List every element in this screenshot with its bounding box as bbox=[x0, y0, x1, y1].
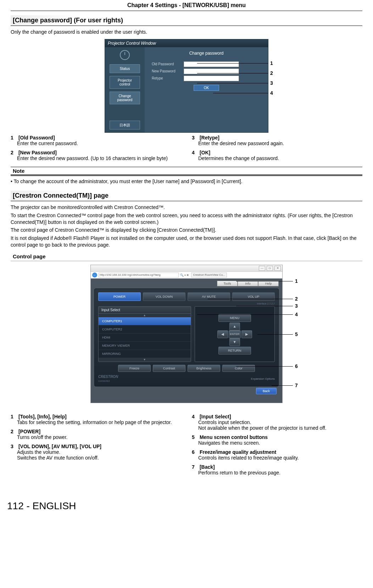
tab-tools[interactable]: Tools bbox=[217, 281, 238, 286]
legend2-5-title: Menu screen control buttons bbox=[200, 434, 268, 440]
contrast-button[interactable]: Contrast bbox=[153, 365, 185, 372]
nav-change-password-line2: password bbox=[117, 98, 133, 102]
legend1-2-num: 2 bbox=[11, 150, 17, 155]
legend1-2-desc: Enter the desired new password. (Up to 1… bbox=[17, 155, 181, 161]
control-page-subhead: Control page bbox=[11, 252, 362, 261]
section-change-password-title: [Change password] (For user rights) bbox=[11, 15, 362, 26]
note-bullet: • To change the account of the administr… bbox=[11, 178, 362, 185]
legend1-3-num: 3 bbox=[192, 135, 198, 141]
window-maximize-icon[interactable]: ▭ bbox=[267, 266, 273, 271]
nav-change-password-button[interactable]: Change password bbox=[110, 92, 140, 104]
tab-info[interactable]: Info bbox=[238, 281, 258, 286]
window-close-icon[interactable]: ✕ bbox=[274, 266, 281, 271]
ok-button[interactable]: OK bbox=[194, 85, 219, 91]
nav-change-password-line1: Change bbox=[118, 94, 131, 98]
expansion-options-label: Expansion Options bbox=[251, 377, 275, 380]
callout-2: 2 bbox=[270, 70, 273, 76]
legend2-2-desc: Turns on/off the power. bbox=[17, 434, 181, 440]
retype-input[interactable] bbox=[184, 76, 239, 81]
tab-help[interactable]: Help bbox=[258, 281, 279, 286]
legend2-6-title: Freeze/image quality adjustment bbox=[200, 449, 276, 455]
legend2-7-title: [Back] bbox=[200, 464, 215, 470]
input-computer2[interactable]: COMPUTER2 bbox=[99, 325, 191, 334]
callout-4: 4 bbox=[270, 90, 273, 96]
legend2-2-title: [POWER] bbox=[18, 429, 40, 434]
legend2-left: 1 [Tools], [Info], [Help] Tabs for selec… bbox=[11, 414, 181, 479]
nav-projector-control-button[interactable]: Projector control bbox=[110, 76, 140, 89]
input-scroll-down-icon[interactable]: ▼ bbox=[99, 358, 191, 362]
legend2-7-num: 7 bbox=[192, 464, 198, 470]
back-button[interactable]: Back bbox=[256, 388, 277, 394]
interface-version: Interface 2.7.2.7 bbox=[98, 302, 275, 305]
legend1-3-desc: Enter the desired new password again. bbox=[198, 141, 362, 146]
section-crestron-title: [Crestron Connected(TM)] page bbox=[11, 191, 362, 201]
power-button[interactable]: POWER bbox=[98, 292, 141, 301]
legend2-1-title: [Tools], [Info], [Help] bbox=[18, 414, 67, 419]
legend2-3-title: [VOL DOWN], [AV MUTE], [VOL UP] bbox=[18, 444, 101, 449]
input-memory-viewer[interactable]: MEMORY VIEWER bbox=[99, 342, 191, 350]
url-bar[interactable]: http://192.168.10.100 /cgi-bin/roomview.… bbox=[99, 273, 179, 277]
crestron-p3: The control page of Crestron Connected™ … bbox=[11, 227, 362, 233]
legend1-4-num: 4 bbox=[192, 150, 198, 155]
callout2-7: 7 bbox=[295, 383, 298, 388]
menu-button[interactable]: MENU bbox=[218, 314, 251, 322]
change-password-heading: Change password bbox=[152, 51, 261, 56]
input-mirroring[interactable]: MIRRORING bbox=[99, 350, 191, 358]
arrow-up-button[interactable]: ▲ bbox=[229, 323, 240, 330]
input-hdmi[interactable]: HDMI bbox=[99, 334, 191, 342]
arrow-left-button[interactable]: ◀ bbox=[217, 330, 228, 338]
browser-back-icon[interactable]: ← bbox=[92, 273, 97, 277]
callout2-5: 5 bbox=[295, 331, 298, 337]
new-password-label: New Password bbox=[152, 69, 184, 73]
nav-status-button[interactable]: Status bbox=[110, 64, 140, 73]
change-password-screenshot: Projector Control Window Status Projecto… bbox=[11, 39, 362, 133]
legend2-6-desc: Controls items related to freeze/image q… bbox=[198, 455, 362, 461]
browser-tab[interactable]: Crestron RoomView Co... bbox=[191, 273, 227, 277]
arrow-down-button[interactable]: ▼ bbox=[229, 338, 240, 346]
vol-up-button[interactable]: VOL UP bbox=[232, 292, 275, 301]
legend2-4-desc: Controls input selection. Not available … bbox=[198, 419, 362, 431]
crestron-p4: It is not displayed if Adobe® Flash® Pla… bbox=[11, 235, 362, 248]
note-bullet-text: To change the account of the administrat… bbox=[14, 178, 243, 184]
enter-button[interactable]: ENTER bbox=[229, 330, 241, 338]
callout-1: 1 bbox=[270, 60, 273, 66]
vol-down-button[interactable]: VOL DOWN bbox=[143, 292, 185, 301]
retype-label: Retype bbox=[152, 76, 184, 80]
nav-projector-control-line2: control bbox=[119, 82, 130, 86]
legend2-4-title: [Input Select] bbox=[200, 414, 231, 419]
section-change-password-intro: Only the change of password is enabled u… bbox=[11, 29, 362, 35]
return-button[interactable]: RETURN bbox=[218, 347, 251, 355]
input-select-label: Input Select bbox=[99, 307, 191, 314]
window-minimize-icon[interactable]: — bbox=[259, 266, 265, 271]
page-footer: 112 - ENGLISH bbox=[7, 500, 362, 512]
legend2-3-num: 3 bbox=[11, 444, 17, 449]
brightness-button[interactable]: Brightness bbox=[188, 365, 220, 372]
legend2-5-desc: Navigates the menu screen. bbox=[198, 440, 362, 446]
legend1-1-title: [Old Password] bbox=[18, 135, 55, 141]
legend2-right: 4 [Input Select] Controls input selectio… bbox=[192, 414, 362, 479]
input-scroll-up-icon[interactable]: ▲ bbox=[99, 314, 191, 317]
av-mute-button[interactable]: AV MUTE bbox=[188, 292, 230, 301]
color-button[interactable]: Color bbox=[222, 365, 255, 372]
nav-japanese-button[interactable]: 日本語 bbox=[110, 121, 140, 130]
nav-projector-control-line1: Projector bbox=[118, 78, 132, 82]
legend2-1-desc: Tabs for selecting the setting, informat… bbox=[17, 419, 181, 425]
legend2-1-num: 1 bbox=[11, 414, 17, 419]
legend2-7-desc: Performs return to the previous page. bbox=[198, 470, 362, 476]
legend2-2-num: 2 bbox=[11, 429, 17, 434]
crestron-p1: The projector can be monitored/controlle… bbox=[11, 204, 362, 211]
legend2-6-num: 6 bbox=[192, 449, 198, 455]
callout2-6: 6 bbox=[295, 363, 298, 369]
callout2-1: 1 bbox=[295, 278, 298, 284]
legend2-3-desc: Adjusts the volume. Switches the AV mute… bbox=[17, 449, 181, 461]
arrow-right-button[interactable]: ▶ bbox=[241, 330, 252, 338]
input-computer1[interactable]: COMPUTER1 bbox=[99, 317, 191, 325]
old-password-input[interactable] bbox=[184, 61, 239, 67]
legend2-4-num: 4 bbox=[192, 414, 198, 419]
callout2-3: 3 bbox=[295, 303, 298, 309]
control-page-screenshot: — ▭ ✕ ← http://192.168.10.100 /cgi-bin/r… bbox=[11, 265, 362, 403]
freeze-button[interactable]: Freeze bbox=[118, 365, 151, 372]
legend1-3-title: [Retype] bbox=[200, 135, 219, 141]
power-icon bbox=[120, 50, 130, 60]
old-password-label: Old Password bbox=[152, 62, 184, 66]
